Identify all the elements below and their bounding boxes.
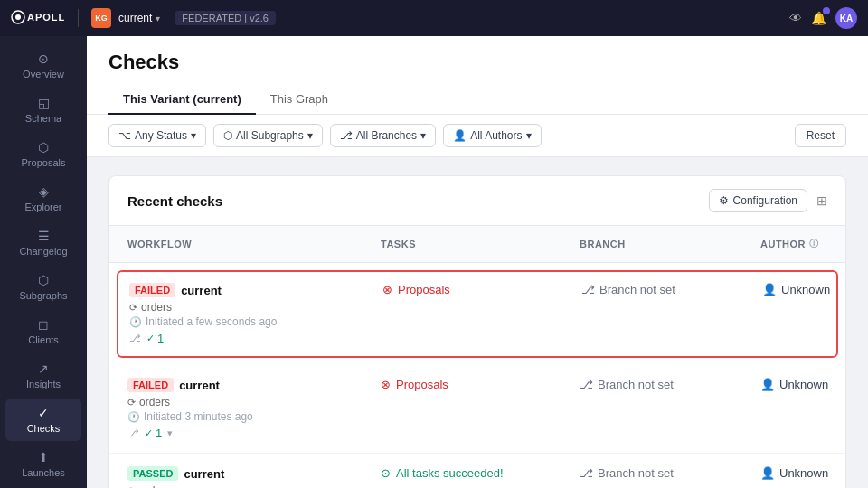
clock-icon: 🕐 xyxy=(129,316,142,328)
variant-name: current xyxy=(181,284,222,297)
graph-selector[interactable]: current ▾ xyxy=(118,12,160,24)
checks-header: Checks This Variant (current) This Graph xyxy=(87,36,868,115)
sidebar: ⊙ Overview ◱ Schema ⬡ Proposals ◈ Explor… xyxy=(0,36,87,488)
sidebar-item-clients[interactable]: ◻ Clients xyxy=(5,310,81,352)
workflow-icon: ⟳ xyxy=(129,302,137,314)
topbar-divider xyxy=(78,9,79,27)
author-cell: 👤 Unknown xyxy=(760,378,846,391)
authors-filter[interactable]: 👤 All Authors ▾ xyxy=(443,124,541,147)
workflow-sub: ⟳ orders xyxy=(129,301,382,314)
filter-icon: ⌥ xyxy=(118,129,131,142)
tab-this-graph[interactable]: This Graph xyxy=(256,85,343,115)
card-header-right: ⚙ Configuration ⊞ xyxy=(709,189,827,212)
chevron-down-icon[interactable]: ▾ xyxy=(167,427,173,439)
author-icon: 👤 xyxy=(762,283,777,296)
subgraph-filter-icon: ⬡ xyxy=(223,129,232,142)
branches-filter[interactable]: ⎇ All Branches ▾ xyxy=(330,124,436,147)
sidebar-item-label: Overview xyxy=(23,69,64,80)
recent-checks-card: Recent checks ⚙ Configuration ⊞ WORKFLOW… xyxy=(108,175,846,488)
col-author: AUTHOR ⓘ xyxy=(760,233,846,255)
col-branch: BRANCH xyxy=(580,233,760,255)
chevron-down-icon: ▾ xyxy=(156,14,160,23)
topbar-right: 👁 🔔 KA xyxy=(789,7,857,29)
sidebar-item-proposals[interactable]: ⬡ Proposals xyxy=(5,133,81,175)
task-item: ⊗ Proposals xyxy=(382,283,581,296)
workflow-cell: FAILED current ⟳ orders 🕐 Initiated 3 mi… xyxy=(127,378,381,440)
branch-icon: ⎇ xyxy=(580,466,593,480)
table-row[interactable]: FAILED current ⟳ orders 🕐 Initiated a fe… xyxy=(118,272,836,356)
topbar: APOLLO KG current ▾ FEDERATED | v2.6 👁 🔔… xyxy=(0,0,868,36)
changelog-icon: ☰ xyxy=(38,229,50,243)
workflow-icon: ⟳ xyxy=(127,485,136,489)
overview-icon: ⊙ xyxy=(38,52,49,66)
tag-icon: ⎇ xyxy=(129,333,141,344)
svg-text:APOLLO: APOLLO xyxy=(27,12,65,23)
explorer-icon: ◈ xyxy=(39,184,49,199)
content-area: Recent checks ⚙ Configuration ⊞ WORKFLOW… xyxy=(87,157,868,488)
author-icon: 👤 xyxy=(760,378,775,391)
subgraphs-filter[interactable]: ⬡ All Subgraphs ▾ xyxy=(213,124,323,147)
author-icon: 👤 xyxy=(760,466,775,480)
workflow-cell: FAILED current ⟳ orders 🕐 Initiated a fe… xyxy=(129,283,382,345)
apollo-logo: APOLLO xyxy=(11,10,65,27)
sidebar-item-checks[interactable]: ✓ Checks xyxy=(5,399,81,441)
sidebar-item-insights[interactable]: ↗ Insights xyxy=(5,354,81,397)
sidebar-item-label: Proposals xyxy=(22,157,66,168)
insights-icon: ↗ xyxy=(38,361,49,376)
sidebar-item-overview[interactable]: ⊙ Overview xyxy=(5,44,81,87)
card-header: Recent checks ⚙ Configuration ⊞ xyxy=(109,176,845,226)
clients-icon: ◻ xyxy=(38,317,49,332)
workflow-tags: ⎇ ✓ 1 xyxy=(129,332,382,345)
sidebar-item-label: Launches xyxy=(22,467,65,478)
grid-view-icon[interactable]: ⊞ xyxy=(816,193,827,208)
col-workflow: WORKFLOW xyxy=(127,233,381,255)
clock-icon: 🕐 xyxy=(127,411,140,423)
workflow-icon: ⟳ xyxy=(127,397,136,408)
main-content: Checks This Variant (current) This Graph… xyxy=(87,36,868,488)
checks-icon: ✓ xyxy=(38,406,49,420)
federation-badge: FEDERATED | v2.6 xyxy=(175,11,276,25)
tasks-cell: ⊙ All tasks succeeded! xyxy=(381,466,580,480)
status-filter[interactable]: ⌥ Any Status ▾ xyxy=(108,124,206,147)
filters-bar: ⌥ Any Status ▾ ⬡ All Subgraphs ▾ ⎇ All B… xyxy=(87,115,868,157)
chevron-down-icon: ▾ xyxy=(307,129,313,142)
workflow-cell: PASSED current ⟳ orders 🕐 Initiated 4 mi… xyxy=(127,466,381,488)
sidebar-item-changelog[interactable]: ☰ Changelog xyxy=(5,221,81,264)
reset-button[interactable]: Reset xyxy=(795,124,846,147)
svg-point-1 xyxy=(15,14,21,20)
proposals-icon: ⬡ xyxy=(38,140,49,155)
tab-this-variant[interactable]: This Variant (current) xyxy=(108,85,256,115)
launches-icon: ⬆ xyxy=(38,450,49,465)
variant-name: current xyxy=(184,467,224,481)
page-title: Checks xyxy=(108,51,846,74)
chevron-down-icon: ▾ xyxy=(526,129,532,142)
branch-cell: ⎇ Branch not set xyxy=(581,283,762,296)
graph-avatar: KG xyxy=(91,8,111,28)
sidebar-item-label: Insights xyxy=(26,379,61,389)
task-fail-icon: ⊗ xyxy=(381,378,391,391)
table-row[interactable]: FAILED current ⟳ orders 🕐 Initiated 3 mi… xyxy=(109,365,845,454)
tasks-cell: ⊗ Proposals xyxy=(382,283,581,296)
table-row[interactable]: PASSED current ⟳ orders 🕐 Initiated 4 mi… xyxy=(109,454,845,488)
sidebar-item-label: Subgraphs xyxy=(19,290,67,301)
workflow-title: FAILED current xyxy=(129,283,382,297)
sidebar-item-subgraphs[interactable]: ⬡ Subgraphs xyxy=(5,266,81,308)
branch-cell: ⎇ Branch not set xyxy=(580,378,760,391)
tasks-cell: ⊗ Proposals xyxy=(381,378,580,391)
task-pass-icon: ⊙ xyxy=(381,466,391,480)
author-item: 👤 Unknown xyxy=(762,283,838,296)
main-layout: ⊙ Overview ◱ Schema ⬡ Proposals ◈ Explor… xyxy=(0,36,868,488)
configuration-button[interactable]: ⚙ Configuration xyxy=(709,189,807,212)
col-tasks: TASKS xyxy=(381,233,580,255)
user-avatar[interactable]: KA xyxy=(835,7,857,29)
sidebar-item-launches[interactable]: ⬆ Launches xyxy=(5,443,81,485)
sidebar-item-schema[interactable]: ◱ Schema xyxy=(5,89,81,131)
logo-area: APOLLO xyxy=(11,10,65,27)
sidebar-item-explorer[interactable]: ◈ Explorer xyxy=(5,177,81,220)
subgraphs-icon: ⬡ xyxy=(38,273,49,287)
chevron-down-icon: ▾ xyxy=(420,129,426,142)
eye-icon[interactable]: 👁 xyxy=(789,11,802,25)
bell-icon[interactable]: 🔔 xyxy=(811,11,826,25)
task-fail-icon: ⊗ xyxy=(382,283,392,296)
status-badge: FAILED xyxy=(127,378,174,392)
